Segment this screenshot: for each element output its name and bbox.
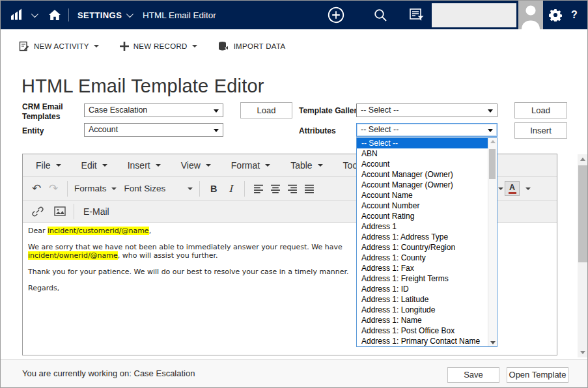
formats-dropdown[interactable]: Formats [74,180,117,197]
status-bar: You are currently working on: Case Escal… [1,359,587,388]
merge-field-token: incident/ownerid/@name [28,251,118,260]
chevron-down-icon [56,164,61,167]
load-template-button[interactable]: Load [240,102,292,118]
font-sizes-dropdown[interactable]: Font Sizes [124,180,193,197]
scrollbar-thumb[interactable] [578,165,587,262]
chevron-down-icon[interactable] [498,187,503,190]
editor-menu-item[interactable]: Table [284,156,329,174]
email-tab-label: E-Mail [83,206,109,217]
attribute-option[interactable]: Address 1: Country/Region [357,242,488,253]
align-left-button[interactable] [251,180,266,197]
working-on-status: You are currently working on: Case Escal… [22,368,195,378]
align-center-button[interactable] [268,180,283,197]
insert-attribute-button[interactable]: Insert [514,122,567,139]
gear-icon[interactable] [549,1,562,29]
link-icon[interactable] [31,203,45,220]
attribute-option[interactable]: Address 1: County [357,253,488,263]
attribute-option[interactable]: Address 1: Freight Terms [357,273,488,284]
chevron-down-icon [318,164,323,167]
editor-menu-item[interactable]: Format [225,156,277,174]
settings-menu[interactable]: SETTINGS [77,1,132,29]
editor-menu-item[interactable]: File [29,156,68,174]
attribute-option[interactable]: Address 1: Post Office Box [357,326,488,336]
editor-menu-item[interactable]: Edit [75,156,114,174]
top-navbar: SETTINGS HTML Email Editor ? [1,1,587,29]
home-icon[interactable] [49,1,61,29]
page-title: HTML Email Template Editor [21,76,264,97]
user-avatar[interactable] [518,1,543,29]
chevron-down-icon [206,164,211,167]
attribute-option[interactable]: Address 1 [357,221,488,232]
chevron-down-icon [111,187,117,190]
redo-button[interactable]: ↷ [46,180,61,197]
attribute-option[interactable]: Address 1: Name [357,315,488,326]
entity-select[interactable]: Account [84,123,223,137]
dynamics-logo-icon[interactable] [10,1,23,29]
import-data-button[interactable]: IMPORT DATA [218,41,286,51]
advanced-find-icon[interactable] [410,1,425,29]
attribute-option[interactable]: Address 1: Longitude [357,305,488,315]
undo-button[interactable]: ↶ [29,180,44,197]
global-search-box[interactable] [432,3,516,27]
chevron-down-icon [156,164,161,167]
toolbar-separator [67,181,68,197]
scroll-down-icon[interactable] [490,341,496,344]
merge-field-token: incident/customerid/@name [48,227,149,235]
attribute-option[interactable]: Account Manager (Owner) [357,169,488,180]
settings-chevron-icon [126,10,133,18]
toolbar-separator [74,204,74,219]
attribute-option[interactable]: Account Manager (Owner) [357,180,488,190]
attribute-option[interactable]: -- Select -- [357,138,488,148]
template-gallery-select[interactable]: -- Select -- [356,104,497,117]
chevron-down-icon [188,187,193,190]
chevron-down-icon [192,45,197,48]
settings-label: SETTINGS [77,10,122,20]
search-icon[interactable] [373,1,387,29]
toolbar-separator [244,181,245,197]
attribute-option[interactable]: Address 1: ID [357,284,488,294]
import-data-label: IMPORT DATA [234,42,286,50]
text-color-button[interactable]: A [505,180,520,197]
attribute-option[interactable]: ABN [357,148,488,159]
attributes-select[interactable]: -- Select -- [356,123,497,137]
chevron-down-icon[interactable] [525,187,531,190]
page-scrollbar[interactable] [578,154,588,357]
justify-button[interactable] [302,180,316,197]
crm-templates-select[interactable]: Case Escalation [84,104,223,117]
scroll-up-icon[interactable] [490,140,496,143]
attribute-option[interactable]: Address 1: Fax [357,263,488,273]
quick-create-icon[interactable] [328,1,344,29]
app-launcher-chevron-icon[interactable] [27,1,36,29]
attribute-option[interactable]: Address 1: Primary Contact Name [357,336,488,346]
load-gallery-button[interactable]: Load [514,102,567,118]
new-activity-button[interactable]: NEW ACTIVITY [19,41,99,51]
editor-menu-item[interactable]: View [175,156,217,174]
attribute-option[interactable]: Account Name [357,190,488,201]
new-record-button[interactable]: NEW RECORD [120,42,197,51]
database-import-icon [218,41,229,51]
italic-button[interactable]: I [223,180,238,197]
entity-label: Entity [22,126,44,136]
chevron-down-icon [265,164,270,167]
bold-button[interactable]: B [206,180,221,197]
help-icon[interactable]: ? [571,1,578,29]
dropdown-scrollbar[interactable] [488,138,497,346]
attribute-option[interactable]: Address 1: Address Type [357,232,488,242]
attributes-dropdown-list: -- Select -- ABN Account Account Manager… [357,138,488,346]
command-bar: NEW ACTIVITY NEW RECORD IMPORT DATA [1,29,587,63]
attribute-option[interactable]: Account Rating [357,211,488,221]
navbar-divider [68,8,69,21]
attribute-option[interactable]: Account [357,159,488,169]
new-activity-label: NEW ACTIVITY [34,42,89,50]
attribute-option[interactable]: Account Number [357,201,488,211]
save-button[interactable]: Save [447,367,499,383]
scroll-down-icon[interactable] [580,351,585,354]
image-icon[interactable] [53,203,67,220]
editor-menu-item[interactable]: Insert [121,156,167,174]
scrollbar-thumb[interactable] [489,149,496,179]
align-right-button[interactable] [285,180,300,197]
attribute-option[interactable]: Address 1: Latitude [357,294,488,305]
scroll-up-icon[interactable] [580,158,585,161]
plus-icon [120,42,129,51]
open-template-button[interactable]: Open Template [507,367,568,383]
